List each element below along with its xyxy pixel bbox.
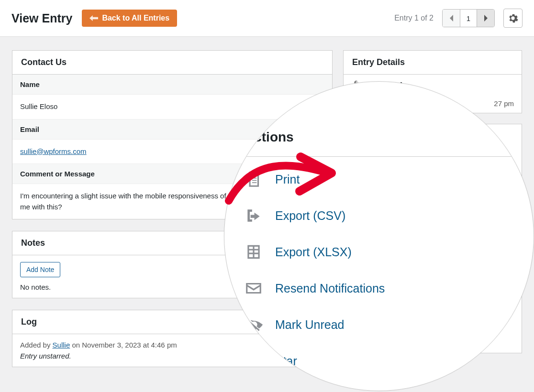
entry-details-box: Entry Details Entry ID: 1 27 pm: [343, 50, 522, 113]
chevron-left-icon: [449, 15, 454, 22]
add-note-button[interactable]: Add Note: [20, 262, 60, 277]
field-value-name: Sullie Eloso: [12, 95, 332, 120]
settings-button[interactable]: [503, 9, 523, 28]
entry-date-row: 27 pm: [344, 94, 522, 113]
entry-details-title: Entry Details: [344, 51, 522, 75]
field-label-message: Comment or Message: [12, 164, 332, 184]
log-added-by-suffix: on November 3, 2023 at 4:46 pm: [70, 341, 177, 349]
page-header: View Entry Back to All Entries Entry 1 o…: [0, 0, 534, 37]
email-link[interactable]: sullie@wpforms.com: [20, 147, 87, 155]
header-right: Entry 1 of 2 1: [394, 9, 523, 28]
field-value-message: I'm encountering a slight issue with the…: [12, 184, 332, 219]
back-button-label: Back to All Entries: [102, 14, 169, 22]
field-label-email: Email: [12, 120, 332, 140]
field-value-email: sullie@wpforms.com: [12, 140, 332, 164]
entry-position: Entry 1 of 2: [394, 14, 434, 22]
content-area: Contact Us Name Sullie Eloso Email sulli…: [0, 37, 534, 381]
left-column: Contact Us Name Sullie Eloso Email sulli…: [12, 50, 333, 367]
log-user-link[interactable]: Sullie: [53, 341, 70, 349]
entry-fields-box: Contact Us Name Sullie Eloso Email sulli…: [12, 50, 333, 219]
entry-id-value: 1: [399, 80, 403, 88]
current-entry-number: 1: [460, 10, 477, 27]
notes-body: Add Note No notes.: [12, 255, 332, 298]
entry-date-partial: 27 pm: [494, 99, 514, 108]
log-body: Added by Sullie on November 3, 2023 at 4…: [12, 334, 332, 367]
notes-box: Notes Add Note No notes.: [12, 231, 333, 298]
log-added-by-prefix: Added by: [20, 341, 53, 349]
gear-icon: [508, 13, 518, 23]
actions-box: [343, 124, 522, 353]
entry-id-label: Entry ID:: [366, 80, 393, 88]
notes-title: Notes: [12, 231, 332, 255]
log-box: Log Added by Sullie on November 3, 2023 …: [12, 310, 333, 367]
field-label-name: Name: [12, 75, 332, 95]
log-title: Log: [12, 310, 332, 334]
back-to-entries-button[interactable]: Back to All Entries: [82, 10, 177, 27]
log-message: Entry unstarred.: [20, 352, 324, 360]
calendar-icon: [351, 99, 360, 108]
entry-id-row: Entry ID: 1: [344, 75, 522, 94]
arrow-left-icon: [89, 15, 98, 22]
page-title: View Entry: [11, 11, 72, 25]
chevron-right-icon: [484, 15, 488, 22]
prev-entry-button[interactable]: [443, 10, 460, 27]
right-column: Entry Details Entry ID: 1 27 pm: [343, 50, 522, 367]
notes-empty-text: No notes.: [20, 283, 324, 291]
header-left: View Entry Back to All Entries: [11, 10, 177, 27]
log-meta: Added by Sullie on November 3, 2023 at 4…: [20, 341, 324, 349]
form-title: Contact Us: [12, 51, 332, 75]
key-icon: [351, 80, 360, 88]
entry-pagination: 1: [442, 9, 495, 27]
next-entry-button[interactable]: [477, 10, 494, 27]
